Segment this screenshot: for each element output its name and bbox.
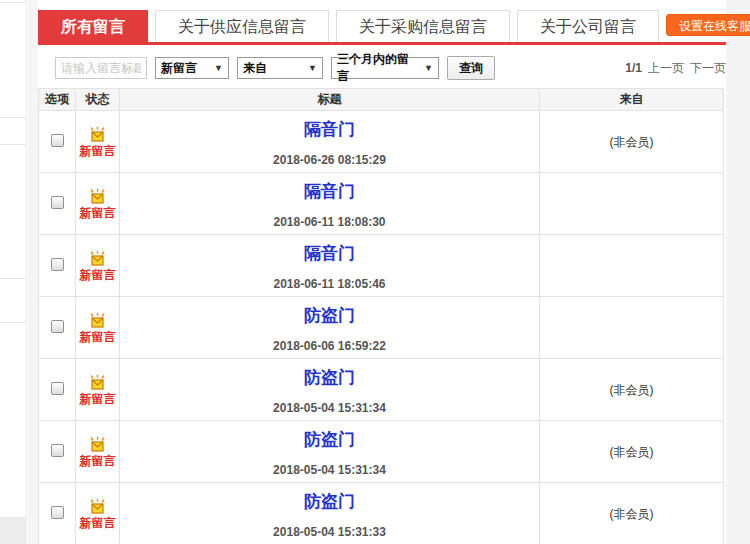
message-title-search-input[interactable] (55, 57, 147, 79)
new-message-envelope-icon (88, 374, 107, 391)
message-title-link[interactable]: 防盗门 (120, 428, 539, 451)
divider (0, 117, 27, 118)
status-select-value: 新留言 (161, 60, 197, 77)
new-message-envelope-icon (88, 498, 107, 515)
row-checkbox[interactable] (51, 444, 64, 457)
new-message-label: 新留言 (80, 145, 116, 157)
status-cell: 新留言 (76, 235, 120, 297)
from-cell: (非会员) (540, 421, 724, 483)
new-message-label: 新留言 (80, 331, 116, 343)
member-status-text: (非会员) (610, 383, 654, 397)
status-cell: 新留言 (76, 421, 120, 483)
new-message-envelope-icon (88, 436, 107, 453)
new-message-envelope-icon (88, 126, 107, 143)
message-title-link[interactable]: 防盗门 (120, 366, 539, 389)
from-cell: (非会员) (540, 359, 724, 421)
message-title-link[interactable]: 防盗门 (120, 490, 539, 513)
status-cell: 新留言 (76, 359, 120, 421)
new-message-envelope-icon (88, 250, 107, 267)
title-cell: 隔音门 2018-06-11 18:05:46 (120, 235, 540, 297)
message-date: 2018-06-11 18:08:30 (120, 215, 539, 229)
table-row: 新留言 防盗门 2018-05-04 15:31:34 (非会员) (39, 359, 724, 421)
tab-company-messages[interactable]: 关于公司留言 (517, 10, 659, 42)
row-checkbox[interactable] (51, 134, 64, 147)
table-row: 新留言 防盗门 2018-05-04 15:31:34 (非会员) (39, 421, 724, 483)
table-row: 新留言 防盗门 2018-05-04 15:31:33 (非会员) (39, 483, 724, 544)
background-gap (28, 0, 38, 544)
header-from: 来自 (540, 89, 724, 111)
message-date: 2018-06-11 18:05:46 (120, 277, 539, 291)
table-row: 新留言 隔音门 2018-06-11 18:08:30 (39, 173, 724, 235)
chevron-down-icon: ▼ (424, 63, 433, 73)
set-online-service-button[interactable]: 设置在线客服 (666, 14, 750, 36)
tab-supply-messages[interactable]: 关于供应信息留言 (155, 10, 329, 42)
new-message-label: 新留言 (80, 207, 116, 219)
chevron-down-icon: ▼ (308, 63, 317, 73)
status-cell: 新留言 (76, 483, 120, 544)
title-cell: 防盗门 2018-06-06 16:59:22 (120, 297, 540, 359)
from-cell: (非会员) (540, 111, 724, 173)
filter-bar: 新留言 ▼ 来自 ▼ 三个月内的留言 ▼ 查询 1/1 上一页 下一页 (38, 56, 726, 80)
from-cell (540, 235, 724, 297)
divider (0, 322, 27, 323)
page-count: 1/1 (625, 61, 642, 75)
from-select[interactable]: 来自 ▼ (237, 57, 323, 79)
title-cell: 防盗门 2018-05-04 15:31:33 (120, 483, 540, 544)
prev-page-link[interactable]: 上一页 (648, 60, 684, 77)
status-select[interactable]: 新留言 ▼ (155, 57, 229, 79)
select-cell (39, 111, 76, 173)
header-status: 状态 (76, 89, 120, 111)
select-cell (39, 297, 76, 359)
message-title-link[interactable]: 隔音门 (120, 242, 539, 265)
select-cell (39, 173, 76, 235)
table-row: 新留言 防盗门 2018-06-06 16:59:22 (39, 297, 724, 359)
select-cell (39, 421, 76, 483)
title-cell: 防盗门 2018-05-04 15:31:34 (120, 359, 540, 421)
message-date: 2018-05-04 15:31:34 (120, 401, 539, 415)
tab-purchase-messages[interactable]: 关于采购信息留言 (336, 10, 510, 42)
tab-all-messages[interactable]: 所有留言 (38, 10, 148, 42)
background-panel-right (726, 0, 750, 544)
period-select-value: 三个月内的留言 (337, 51, 414, 85)
message-title-link[interactable]: 防盗门 (120, 304, 539, 327)
select-cell (39, 483, 76, 544)
table-row: 新留言 隔音门 2018-06-11 18:05:46 (39, 235, 724, 297)
row-checkbox[interactable] (51, 506, 64, 519)
new-message-envelope-icon (88, 312, 107, 329)
title-cell: 防盗门 2018-05-04 15:31:34 (120, 421, 540, 483)
row-checkbox[interactable] (51, 196, 64, 209)
from-cell (540, 173, 724, 235)
header-title: 标题 (120, 89, 540, 111)
message-date: 2018-05-04 15:31:34 (120, 463, 539, 477)
from-cell: (非会员) (540, 483, 724, 544)
new-message-label: 新留言 (80, 517, 116, 529)
member-status-text: (非会员) (610, 135, 654, 149)
divider (0, 2, 27, 3)
message-date: 2018-06-26 08:15:29 (120, 153, 539, 167)
member-status-text: (非会员) (610, 507, 654, 521)
background-block (0, 517, 27, 544)
new-message-label: 新留言 (80, 269, 116, 281)
status-cell: 新留言 (76, 173, 120, 235)
chevron-down-icon: ▼ (214, 63, 223, 73)
period-select[interactable]: 三个月内的留言 ▼ (331, 57, 439, 79)
message-title-link[interactable]: 隔音门 (120, 180, 539, 203)
message-date: 2018-05-04 15:31:33 (120, 525, 539, 539)
divider (0, 144, 27, 145)
from-cell (540, 297, 724, 359)
header-select: 选项 (39, 89, 76, 111)
row-checkbox[interactable] (51, 320, 64, 333)
select-cell (39, 359, 76, 421)
row-checkbox[interactable] (51, 258, 64, 271)
next-page-link[interactable]: 下一页 (690, 60, 726, 77)
query-button[interactable]: 查询 (447, 56, 495, 80)
divider (0, 278, 27, 279)
message-date: 2018-06-06 16:59:22 (120, 339, 539, 353)
row-checkbox[interactable] (51, 382, 64, 395)
select-cell (39, 235, 76, 297)
status-cell: 新留言 (76, 297, 120, 359)
title-cell: 隔音门 2018-06-11 18:08:30 (120, 173, 540, 235)
message-title-link[interactable]: 隔音门 (120, 118, 539, 141)
new-message-label: 新留言 (80, 393, 116, 405)
table-row: 新留言 隔音门 2018-06-26 08:15:29 (非会员) (39, 111, 724, 173)
